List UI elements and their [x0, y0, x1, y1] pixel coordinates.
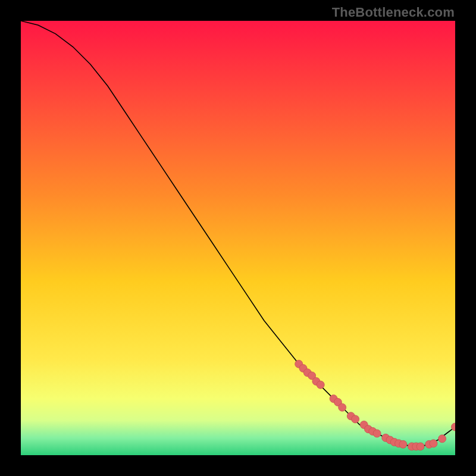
marker-dot	[439, 435, 446, 443]
marker-dot	[416, 443, 424, 450]
watermark-text: TheBottleneck.com	[332, 5, 455, 20]
marker-dot	[430, 440, 437, 447]
gradient-background	[21, 21, 455, 455]
marker-dot	[373, 430, 381, 437]
marker-dot	[339, 403, 346, 411]
marker-dot	[317, 381, 324, 389]
chart-stage: TheBottleneck.com	[0, 0, 476, 476]
chart-svg	[21, 21, 455, 455]
marker-dot	[399, 440, 407, 448]
chart-plot-area	[21, 21, 455, 455]
marker-dot	[352, 415, 359, 423]
